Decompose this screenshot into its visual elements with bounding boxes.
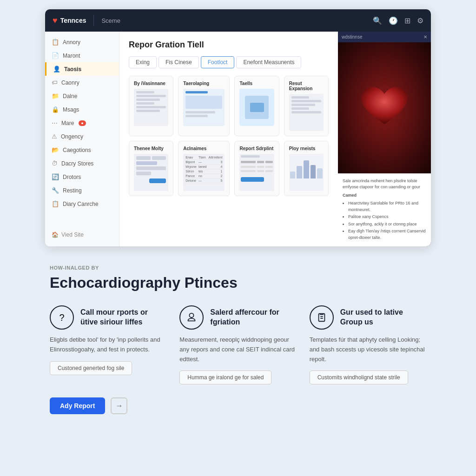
close-icon[interactable]: ✕ <box>423 34 427 40</box>
nav-divider <box>93 15 94 26</box>
sidebar-item-dacry[interactable]: ⏱ Dacry Stores <box>45 157 119 170</box>
form-field <box>152 156 166 160</box>
col-header <box>265 161 273 163</box>
table-cell: Blpont <box>185 160 198 165</box>
right-panel-description: Sale amcrinda mohent hen plsolre tolste … <box>338 173 431 247</box>
table-cell: Mrpone <box>185 165 198 169</box>
cta-arrow-button[interactable]: → <box>111 397 127 414</box>
preview-form-block <box>185 96 222 109</box>
features-row: ? Call mour rports or ütive siriour liff… <box>50 305 426 384</box>
preview-line <box>291 107 310 110</box>
app-name: Tennces <box>60 17 86 24</box>
sidebar-item-caonry[interactable]: 🏷 Caonry <box>45 76 119 89</box>
table-cell: Silron <box>185 169 198 174</box>
sidebar-item-maront[interactable]: 📄 Maront <box>45 49 119 62</box>
desc-intro-text: Sale amcrinda mohent hen plsolre tolste … <box>343 178 426 191</box>
table-cell: 3 <box>208 160 224 165</box>
table-cell: 5 <box>208 178 224 183</box>
clock-icon[interactable]: 🕐 <box>389 16 398 25</box>
table-cell: — <box>198 160 208 165</box>
sidebar-label-dalne: Dalne <box>63 93 77 99</box>
sidebar-label-resting: Resting <box>63 187 82 194</box>
feature-title-2: Salerd affercour for fgriation <box>210 308 296 327</box>
card-by-ivasinnane[interactable]: By iVasinnane <box>129 76 173 136</box>
sidebar-item-ongency[interactable]: ⚠ Ongency <box>45 130 119 143</box>
sidebar-label-caonry: Caonry <box>61 79 79 86</box>
card-resut-expansion[interactable]: Resut Expansion <box>284 76 329 136</box>
tab-footloct[interactable]: Footloct <box>201 56 235 68</box>
card-title-4: Resut Expansion <box>289 81 324 91</box>
msags-icon: 🔒 <box>52 106 59 113</box>
heart-visualization <box>361 87 408 129</box>
feature-desc-2: Measurement, reeoplç widdnoping geour an… <box>179 335 296 364</box>
sidebar-item-dalne[interactable]: 📁 Dalne <box>45 89 119 103</box>
sidebar-item-caegotions[interactable]: 📂 Caegotions <box>45 143 119 157</box>
card-aclnaimes[interactable]: Aclnaimes EnavTtemAttrmitent Blpont—3 Mr… <box>178 141 230 196</box>
search-icon[interactable]: 🔍 <box>373 16 382 25</box>
preview-line <box>136 95 166 97</box>
table-data-row <box>241 166 272 168</box>
home-icon: 🏠 <box>52 231 59 238</box>
feature-link-2[interactable]: Humma ge iralond ge for saled <box>179 370 271 384</box>
table-cell <box>257 170 264 172</box>
heart-image <box>338 42 431 173</box>
table-cell: Pance <box>185 174 198 178</box>
sidebar-item-annory[interactable]: 📋 Annory <box>45 35 119 49</box>
card-title-6: Aclnaimes <box>183 146 225 151</box>
card-taerolaping[interactable]: Taerolaping <box>178 76 230 136</box>
settings-icon[interactable]: ⚙ <box>417 16 423 25</box>
bullet-1: Hearctvitey Sarolable for PRto 16 and mo… <box>348 200 426 213</box>
feature-block-2: Salerd affercour for fgriation Measureme… <box>179 305 296 384</box>
sidebar-item-mare[interactable]: ⋯ Mare ● <box>45 116 119 130</box>
desc-bullets: Hearctvitey Sarolable for PRto 16 and mo… <box>343 200 426 241</box>
feature-link-3[interactable]: Customits windholignd state strile <box>310 370 408 384</box>
caegotions-icon: 📂 <box>52 146 59 153</box>
sidebar-label-diary: Diary Canrche <box>63 201 99 207</box>
tab-exing[interactable]: Exing <box>129 56 157 68</box>
tab-fis-cinese[interactable]: Fis Cinese <box>159 56 199 68</box>
table-header-row <box>241 161 272 163</box>
preview-line <box>136 110 160 112</box>
sidebar-item-taosis[interactable]: 👤 Taosis <box>45 62 119 76</box>
feature-desc-3: Templates fúr that aphyty celling Lookin… <box>310 335 426 364</box>
preview-line <box>185 115 208 117</box>
chart-bar-5 <box>317 168 323 178</box>
table-cell: 1 <box>208 169 224 174</box>
grid-icon[interactable]: ⊞ <box>404 16 410 25</box>
view-site-label: Vied Site <box>61 231 84 238</box>
table-cell: Enav <box>185 155 198 160</box>
app-body: 📋 Annory 📄 Maront 👤 Taosis 🏷 Caonry 📁 Da… <box>45 32 431 246</box>
main-title: Repor Gration Tiell <box>129 40 329 50</box>
table-cell: 2 <box>208 174 224 178</box>
sidebar-item-drotors[interactable]: 🔄 Drotors <box>45 170 119 184</box>
feature-title-1: Call mour rports or ütive siriour liffes <box>80 308 166 327</box>
feature-header-3: Gur used to lative Group us <box>310 305 426 330</box>
feature-link-1[interactable]: Custoned generted fog sile <box>50 361 132 375</box>
cta-button[interactable]: Ady Report <box>50 397 105 414</box>
sidebar-label-annory: Annory <box>63 39 80 46</box>
table-cell <box>265 170 273 172</box>
table-cell <box>265 166 273 168</box>
form-field <box>136 172 151 175</box>
card-thenee-molty[interactable]: Thenee Molty <box>129 141 173 196</box>
mare-icon: ⋯ <box>52 119 58 126</box>
sidebar-item-msags[interactable]: 🔒 Msags <box>45 103 119 116</box>
sidebar-label-drotors: Drotors <box>63 174 81 180</box>
mare-badge: ● <box>79 120 86 126</box>
sidebar-view-site[interactable]: 🏠 Vied Site <box>45 227 119 243</box>
caonry-icon: 🏷 <box>52 79 58 86</box>
card-taells[interactable]: Taells <box>234 76 279 136</box>
preview-line <box>136 99 160 101</box>
form-field <box>136 161 157 165</box>
sidebar-label-ongency: Ongency <box>61 133 83 140</box>
tab-enefont[interactable]: Enefont Measunents <box>236 56 301 68</box>
resting-icon: 🔧 <box>52 187 59 194</box>
card-preview-3 <box>239 89 274 126</box>
sidebar-item-diary[interactable]: 📋 Diary Canrche <box>45 197 119 211</box>
taosis-icon: 👤 <box>53 66 60 73</box>
table-cell: — <box>198 178 208 183</box>
card-ploy-rneists[interactable]: Ploy rneists <box>284 141 329 196</box>
card-report-sdrplint[interactable]: Report Sdrplint <box>234 141 279 196</box>
tabs-bar: Exing Fis Cinese Footloct Enefont Measun… <box>129 56 329 68</box>
sidebar-item-resting[interactable]: 🔧 Resting <box>45 184 119 197</box>
